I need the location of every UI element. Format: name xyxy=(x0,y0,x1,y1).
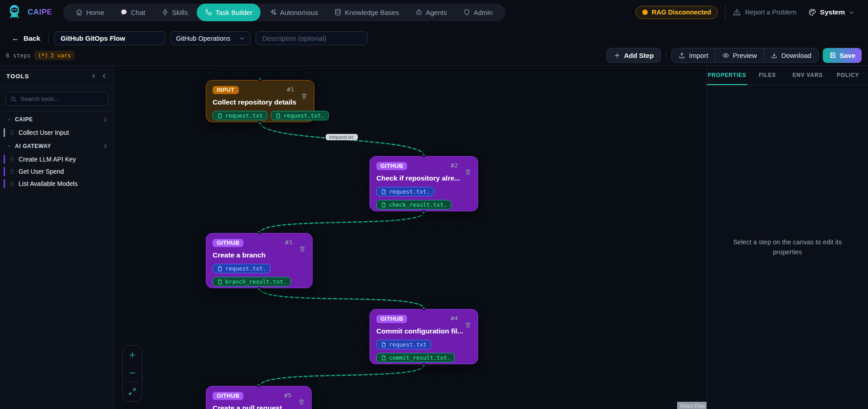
drag-handle-icon[interactable] xyxy=(10,181,14,186)
edge-4-5 xyxy=(260,365,424,386)
tools-panel-title: TOOLS xyxy=(6,73,29,80)
node-handle-top[interactable] xyxy=(257,230,261,234)
nav-item-skills[interactable]: Skills xyxy=(154,4,195,21)
node-type-badge: GITHUB xyxy=(213,392,243,400)
import-button[interactable]: Import xyxy=(672,48,715,63)
zoom-out-button[interactable] xyxy=(122,364,142,382)
workflow-icon xyxy=(205,9,212,16)
node-handle-top[interactable] xyxy=(422,153,426,157)
react-flow-attribution[interactable]: React Flow xyxy=(677,402,707,409)
flow-canvas[interactable]: /request.txt. INPUT #1 Collect repositor… xyxy=(114,66,707,409)
flow-node-2[interactable]: GITHUB #2 Check if repository alre... re… xyxy=(370,156,478,211)
nav-item-home[interactable]: Home xyxy=(68,4,111,21)
tool-group-name: AI GATEWAY xyxy=(15,143,51,149)
flow-node-3[interactable]: GITHUB #3 Create a branch request.txt. b… xyxy=(206,233,313,288)
drag-handle-icon[interactable] xyxy=(10,169,14,174)
delete-step-button[interactable] xyxy=(298,398,305,405)
arrow-left-icon: ← xyxy=(12,34,19,43)
tool-group-caipe[interactable]: CAIPE 1 xyxy=(0,113,114,126)
file-icon xyxy=(217,113,223,119)
vars-count-label: 3 vars xyxy=(50,52,71,59)
back-button[interactable]: ←Back xyxy=(12,34,40,43)
tool-group-ai-gateway[interactable]: AI GATEWAY 3 xyxy=(0,140,114,152)
file-icon xyxy=(381,202,386,208)
brand-name: CAIPE xyxy=(28,8,52,17)
tool-item-list-available-models[interactable]: List Available Models xyxy=(4,178,109,189)
flow-node-1[interactable]: INPUT #1 Collect repository details requ… xyxy=(206,80,314,122)
drag-handle-icon[interactable] xyxy=(10,157,14,162)
zoom-in-button[interactable] xyxy=(122,346,142,364)
report-problem-button[interactable]: Report a Problem xyxy=(733,8,797,16)
nav-label: Task Builder xyxy=(215,9,252,16)
minus-icon xyxy=(128,369,136,377)
tool-item-label: Collect User Input xyxy=(19,129,69,136)
collapse-sidebar-button[interactable] xyxy=(101,73,107,79)
database-icon xyxy=(334,9,342,16)
node-title: Create a branch xyxy=(213,251,306,259)
top-navbar: CAIPE Home Chat Skills Task Builder Auto… xyxy=(0,0,868,24)
download-label: Download xyxy=(781,52,811,59)
tool-item-label: Create LLM API Key xyxy=(19,156,76,163)
nav-label: Home xyxy=(86,9,104,16)
download-button[interactable]: Download xyxy=(764,48,818,63)
system-theme-menu[interactable]: System xyxy=(808,8,854,16)
chevron-left-icon xyxy=(101,73,107,79)
divider xyxy=(725,5,726,20)
category-select[interactable]: GitHub Operations xyxy=(170,31,251,45)
flow-actions-group: Import Preview Download xyxy=(671,48,819,63)
nav-item-autonomous[interactable]: Autonomous xyxy=(262,4,325,21)
nav-item-admin[interactable]: Admin xyxy=(456,4,500,21)
save-button[interactable]: Save xyxy=(823,48,862,63)
fit-view-button[interactable] xyxy=(122,382,142,400)
tab-policy[interactable]: POLICY xyxy=(828,66,868,85)
nav-item-task-builder[interactable]: Task Builder xyxy=(197,4,261,21)
flow-name-input[interactable] xyxy=(54,31,166,45)
flow-node-4[interactable]: GITHUB #4 Commit configuration fil... re… xyxy=(370,309,478,364)
file-icon xyxy=(381,355,386,361)
tools-search xyxy=(5,92,108,106)
tab-properties[interactable]: PROPERTIES xyxy=(707,66,747,85)
upload-icon xyxy=(678,52,685,59)
tab-files[interactable]: FILES xyxy=(747,66,787,85)
preview-button[interactable]: Preview xyxy=(715,48,764,63)
tools-search-input[interactable] xyxy=(20,95,103,102)
main-nav: Home Chat Skills Task Builder Autonomous… xyxy=(63,4,505,21)
delete-step-button[interactable] xyxy=(465,321,471,328)
node-handle-top[interactable] xyxy=(422,306,426,310)
chevron-down-icon xyxy=(849,10,854,15)
node-title: Commit configuration fil... xyxy=(376,327,471,335)
node-handle-bottom[interactable] xyxy=(257,287,261,291)
warning-triangle-icon xyxy=(733,8,741,16)
file-icon xyxy=(217,279,223,285)
description-input[interactable] xyxy=(256,31,368,45)
tool-accent-bar xyxy=(4,128,5,137)
nav-item-knowledge-bases[interactable]: Knowledge Bases xyxy=(327,4,406,21)
delete-step-button[interactable] xyxy=(465,168,471,176)
main-area: TOOLS 4 CAIPE 1 xyxy=(0,66,868,409)
tool-item-get-user-spend[interactable]: Get User Spend xyxy=(4,166,109,177)
add-step-button[interactable]: Add Step xyxy=(607,48,661,63)
tab-env-vars[interactable]: ENV VARS xyxy=(787,66,828,85)
tool-accent-bar xyxy=(4,179,5,188)
node-handle-bottom[interactable] xyxy=(422,210,426,214)
node-handle-top[interactable] xyxy=(257,383,261,387)
tool-item-collect-user-input[interactable]: Collect User Input xyxy=(4,127,109,138)
nav-item-chat[interactable]: Chat xyxy=(113,4,152,21)
drag-handle-icon[interactable] xyxy=(10,130,14,135)
delete-step-button[interactable] xyxy=(301,92,308,100)
plus-icon xyxy=(614,52,621,59)
node-handle-bottom[interactable] xyxy=(258,121,262,125)
node-handle-bottom[interactable] xyxy=(422,363,426,367)
delete-step-button[interactable] xyxy=(299,245,306,252)
flow-node-5[interactable]: GITHUB #5 Create a pull request xyxy=(206,386,312,409)
node-handle-top[interactable] xyxy=(258,77,262,81)
trash-icon xyxy=(299,245,306,252)
trash-icon xyxy=(465,321,471,328)
save-icon xyxy=(829,52,836,59)
nav-item-agents[interactable]: Agents xyxy=(408,4,454,21)
brand[interactable]: CAIPE xyxy=(5,3,52,21)
nav-label: Autonomous xyxy=(280,9,318,16)
rag-status-badge[interactable]: RAG Disconnected xyxy=(636,6,718,19)
tool-item-create-llm-api-key[interactable]: Create LLM API Key xyxy=(4,154,109,165)
rag-status-label: RAG Disconnected xyxy=(652,9,711,16)
